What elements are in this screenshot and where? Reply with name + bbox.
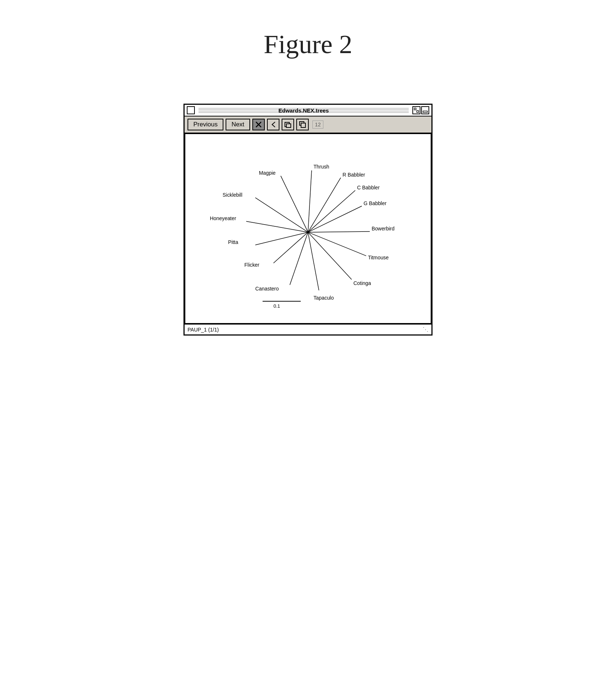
zoom-button[interactable] — [412, 106, 420, 114]
taxon-r-babbler: R Babbler — [342, 172, 365, 178]
next-button[interactable]: Next — [226, 119, 250, 130]
toolbar: Previous Next — [185, 116, 431, 133]
left-bracket-button[interactable] — [267, 119, 279, 130]
svg-line-16 — [255, 232, 308, 245]
taxon-magpie: Magpie — [259, 170, 276, 176]
application-window: Edwards.NEX.trees Previous Next — [183, 104, 433, 336]
svg-line-15 — [246, 221, 308, 232]
window-close-box[interactable] — [187, 106, 195, 114]
resize-handle[interactable]: ⋱ — [423, 326, 428, 333]
taxon-pitta: Pitta — [228, 239, 238, 245]
page-title: Figure 2 — [264, 29, 352, 60]
taxon-canastero: Canastero — [255, 286, 279, 292]
svg-line-13 — [281, 176, 308, 232]
svg-rect-10 — [301, 123, 305, 127]
svg-line-14 — [255, 198, 308, 232]
title-bar-inner: Edwards.NEX.trees — [197, 107, 410, 114]
c-button[interactable] — [282, 119, 294, 130]
taxon-bowerbird: Bowerbird — [372, 226, 394, 232]
taxon-g-babbler: G Babbler — [364, 200, 387, 206]
svg-line-21 — [308, 232, 352, 279]
taxon-tapaculo: Tapaculo — [313, 295, 334, 301]
status-text: PAUP_1 (1/1) — [188, 327, 219, 333]
collapse-button[interactable] — [421, 106, 429, 114]
r-button[interactable] — [296, 119, 309, 130]
taxon-titmouse: Titmouse — [368, 255, 389, 260]
tree-number: 12 — [312, 121, 323, 129]
taxon-flicker: Flicker — [244, 262, 259, 268]
svg-rect-1 — [417, 111, 419, 112]
taxon-c-babbler: C Babbler — [357, 185, 380, 190]
taxon-thrush: Thrush — [313, 164, 329, 170]
tree-display: Thrush Magpie Sicklebill Honeyeater Pitt… — [185, 133, 431, 324]
svg-rect-2 — [423, 111, 427, 112]
window-title: Edwards.NEX.trees — [278, 107, 329, 114]
svg-line-23 — [308, 232, 370, 232]
svg-line-20 — [308, 232, 319, 290]
taxon-sicklebill: Sicklebill — [223, 192, 242, 198]
svg-line-22 — [308, 232, 366, 256]
svg-line-12 — [308, 170, 312, 232]
title-bar-right-buttons — [412, 106, 429, 114]
scale-label: 0.1 — [274, 303, 280, 309]
status-bar: PAUP_1 (1/1) ⋱ — [185, 324, 431, 334]
svg-point-27 — [307, 232, 309, 233]
svg-rect-6 — [286, 124, 291, 127]
previous-button[interactable]: Previous — [188, 119, 223, 130]
svg-rect-0 — [414, 108, 416, 110]
title-bar: Edwards.NEX.trees — [185, 105, 431, 116]
phylo-tree-svg: Thrush Magpie Sicklebill Honeyeater Pitt… — [185, 134, 431, 323]
taxon-honeyeater: Honeyeater — [210, 215, 236, 221]
x-button[interactable] — [252, 119, 265, 130]
taxon-cotinga: Cotinga — [353, 280, 371, 286]
svg-line-25 — [308, 190, 355, 232]
